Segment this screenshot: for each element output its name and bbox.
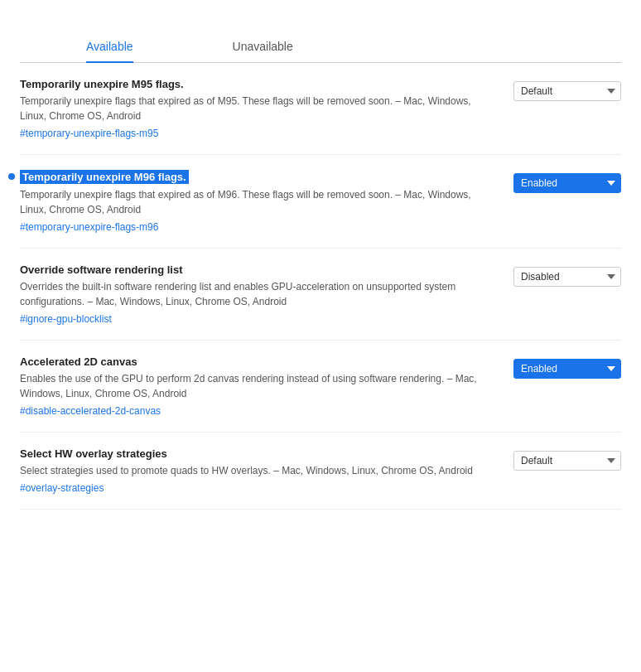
flag-content-4: Accelerated 2D canvasEnables the use of … — [20, 355, 513, 417]
flag-item-4: Accelerated 2D canvasEnables the use of … — [20, 341, 621, 433]
tab-unavailable[interactable]: Unavailable — [233, 31, 293, 63]
flag-item-3: Override software rendering listOverride… — [20, 249, 621, 341]
flag-title-5: Select HW overlay strategies — [20, 447, 497, 460]
flag-title-1: Temporarily unexpire M95 flags. — [20, 78, 497, 90]
flag-select-5[interactable]: DefaultEnabledDisabled — [513, 451, 621, 471]
flag-content-1: Temporarily unexpire M95 flags.Temporari… — [20, 78, 513, 139]
flag-item-2: Temporarily unexpire M96 flags.Temporari… — [20, 155, 621, 249]
flag-control-4: DefaultEnabledDisabled — [513, 359, 621, 379]
tabs-container: Available Unavailable — [20, 31, 621, 63]
flag-control-2: DefaultEnabledDisabled — [513, 173, 621, 193]
flag-item-5: Select HW overlay strategiesSelect strat… — [20, 433, 621, 510]
flag-description-1: Temporarily unexpire flags that expired … — [20, 94, 497, 123]
flag-anchor-4[interactable]: #disable-accelerated-2d-canvas — [20, 405, 161, 417]
flag-content-2: Temporarily unexpire M96 flags.Temporari… — [20, 170, 513, 233]
flag-anchor-1[interactable]: #temporary-unexpire-flags-m95 — [20, 128, 158, 139]
flag-description-3: Overrides the built-in software renderin… — [20, 279, 497, 309]
flag-description-4: Enables the use of the GPU to perform 2d… — [20, 371, 497, 401]
flag-title-4: Accelerated 2D canvas — [20, 355, 497, 368]
flag-title-2: Temporarily unexpire M96 flags. — [20, 170, 189, 184]
flags-list: Temporarily unexpire M95 flags.Temporari… — [20, 63, 621, 510]
tab-available[interactable]: Available — [86, 31, 133, 63]
flag-control-3: DefaultEnabledDisabled — [513, 267, 621, 287]
flag-control-5: DefaultEnabledDisabled — [513, 451, 621, 471]
flag-control-1: DefaultEnabledDisabled — [513, 81, 621, 101]
flag-description-2: Temporarily unexpire flags that expired … — [20, 187, 497, 217]
flag-content-3: Override software rendering listOverride… — [20, 263, 513, 325]
flag-anchor-3[interactable]: #ignore-gpu-blocklist — [20, 313, 112, 325]
flag-select-2[interactable]: DefaultEnabledDisabled — [513, 173, 621, 193]
flag-anchor-2[interactable]: #temporary-unexpire-flags-m96 — [20, 221, 158, 233]
flag-title-3: Override software rendering list — [20, 263, 497, 276]
flag-content-5: Select HW overlay strategiesSelect strat… — [20, 447, 513, 494]
flag-select-1[interactable]: DefaultEnabledDisabled — [513, 81, 621, 101]
highlight-dot — [8, 173, 15, 180]
flag-anchor-5[interactable]: #overlay-strategies — [20, 482, 104, 494]
flag-select-3[interactable]: DefaultEnabledDisabled — [513, 267, 621, 287]
flag-select-4[interactable]: DefaultEnabledDisabled — [513, 359, 621, 379]
flag-item-1: Temporarily unexpire M95 flags.Temporari… — [20, 63, 621, 155]
flag-description-5: Select strategies used to promote quads … — [20, 463, 497, 478]
